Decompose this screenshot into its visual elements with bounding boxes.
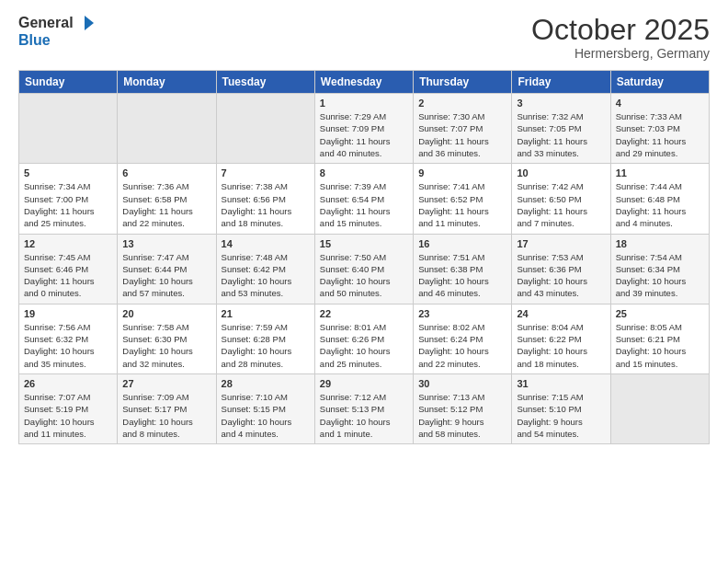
day-info: Sunrise: 7:15 AM Sunset: 5:10 PM Dayligh… [517,391,605,440]
day-number: 28 [222,378,310,389]
day-number: 5 [24,167,112,178]
table-row: 12Sunrise: 7:45 AM Sunset: 6:46 PM Dayli… [19,234,118,304]
table-row [118,94,216,164]
logo: General Blue [18,14,94,49]
day-info: Sunrise: 7:58 AM Sunset: 6:30 PM Dayligh… [122,321,210,370]
day-number: 31 [517,378,605,389]
logo-blue: Blue [18,32,94,49]
day-info: Sunrise: 8:04 AM Sunset: 6:22 PM Dayligh… [517,321,605,370]
day-number: 6 [122,167,210,178]
table-row: 30Sunrise: 7:13 AM Sunset: 5:12 PM Dayli… [414,373,512,443]
day-info: Sunrise: 7:51 AM Sunset: 6:38 PM Dayligh… [418,251,506,300]
day-info: Sunrise: 7:42 AM Sunset: 6:50 PM Dayligh… [517,180,605,229]
day-number: 7 [222,167,310,178]
day-number: 18 [616,238,704,249]
header-sunday: Sunday [19,71,118,94]
header-wednesday: Wednesday [314,71,413,94]
day-number: 30 [418,378,506,389]
day-number: 8 [320,167,408,178]
day-info: Sunrise: 7:38 AM Sunset: 6:56 PM Dayligh… [222,180,310,229]
table-row: 31Sunrise: 7:15 AM Sunset: 5:10 PM Dayli… [512,373,610,443]
calendar-table: Sunday Monday Tuesday Wednesday Thursday… [18,70,710,444]
day-info: Sunrise: 7:07 AM Sunset: 5:19 PM Dayligh… [24,391,112,440]
day-info: Sunrise: 7:29 AM Sunset: 7:09 PM Dayligh… [320,110,408,159]
header-friday: Friday [512,71,610,94]
table-row: 15Sunrise: 7:50 AM Sunset: 6:40 PM Dayli… [314,234,413,304]
table-row: 22Sunrise: 8:01 AM Sunset: 6:26 PM Dayli… [314,304,413,373]
table-row: 25Sunrise: 8:05 AM Sunset: 6:21 PM Dayli… [610,304,709,373]
calendar-header-row: Sunday Monday Tuesday Wednesday Thursday… [19,71,710,94]
day-number: 16 [418,238,506,249]
table-row: 1Sunrise: 7:29 AM Sunset: 7:09 PM Daylig… [314,94,413,164]
table-row: 24Sunrise: 8:04 AM Sunset: 6:22 PM Dayli… [512,304,610,373]
table-row: 5Sunrise: 7:34 AM Sunset: 7:00 PM Daylig… [19,164,118,234]
month-title: October 2025 [531,14,710,46]
day-number: 27 [122,378,210,389]
table-row: 29Sunrise: 7:12 AM Sunset: 5:13 PM Dayli… [314,373,413,443]
day-info: Sunrise: 7:47 AM Sunset: 6:44 PM Dayligh… [122,251,210,300]
day-info: Sunrise: 7:54 AM Sunset: 6:34 PM Dayligh… [616,251,704,300]
calendar-week-0: 1Sunrise: 7:29 AM Sunset: 7:09 PM Daylig… [19,94,710,164]
day-info: Sunrise: 7:39 AM Sunset: 6:54 PM Dayligh… [320,180,408,229]
table-row [216,94,314,164]
table-row: 9Sunrise: 7:41 AM Sunset: 6:52 PM Daylig… [414,164,512,234]
table-row: 2Sunrise: 7:30 AM Sunset: 7:07 PM Daylig… [414,94,512,164]
day-number: 13 [122,238,210,249]
day-number: 29 [320,378,408,389]
day-info: Sunrise: 8:01 AM Sunset: 6:26 PM Dayligh… [320,321,408,370]
table-row: 16Sunrise: 7:51 AM Sunset: 6:38 PM Dayli… [414,234,512,304]
day-info: Sunrise: 7:56 AM Sunset: 6:32 PM Dayligh… [24,321,112,370]
table-row: 4Sunrise: 7:33 AM Sunset: 7:03 PM Daylig… [610,94,709,164]
day-info: Sunrise: 8:02 AM Sunset: 6:24 PM Dayligh… [418,321,506,370]
table-row [19,94,118,164]
header-tuesday: Tuesday [216,71,314,94]
day-number: 14 [222,238,310,249]
day-number: 12 [24,238,112,249]
header-thursday: Thursday [414,71,512,94]
table-row: 20Sunrise: 7:58 AM Sunset: 6:30 PM Dayli… [118,304,216,373]
table-row: 18Sunrise: 7:54 AM Sunset: 6:34 PM Dayli… [610,234,709,304]
table-row: 14Sunrise: 7:48 AM Sunset: 6:42 PM Dayli… [216,234,314,304]
table-row: 6Sunrise: 7:36 AM Sunset: 6:58 PM Daylig… [118,164,216,234]
table-row: 26Sunrise: 7:07 AM Sunset: 5:19 PM Dayli… [19,373,118,443]
location-subtitle: Hermersberg, Germany [531,46,710,61]
day-info: Sunrise: 7:12 AM Sunset: 5:13 PM Dayligh… [320,391,408,440]
logo-bird-icon [75,14,94,32]
day-info: Sunrise: 8:05 AM Sunset: 6:21 PM Dayligh… [616,321,704,370]
day-info: Sunrise: 7:10 AM Sunset: 5:15 PM Dayligh… [222,391,310,440]
header-monday: Monday [118,71,216,94]
logo-general: General [18,15,74,31]
calendar-week-1: 5Sunrise: 7:34 AM Sunset: 7:00 PM Daylig… [19,164,710,234]
day-number: 22 [320,308,408,319]
calendar-week-4: 26Sunrise: 7:07 AM Sunset: 5:19 PM Dayli… [19,373,710,443]
header: General Blue October 2025 Hermersberg, G… [18,14,710,61]
table-row: 21Sunrise: 7:59 AM Sunset: 6:28 PM Dayli… [216,304,314,373]
table-row: 19Sunrise: 7:56 AM Sunset: 6:32 PM Dayli… [19,304,118,373]
table-row: 23Sunrise: 8:02 AM Sunset: 6:24 PM Dayli… [414,304,512,373]
day-info: Sunrise: 7:33 AM Sunset: 7:03 PM Dayligh… [616,110,704,159]
day-number: 26 [24,378,112,389]
page: General Blue October 2025 Hermersberg, G… [0,0,728,563]
day-info: Sunrise: 7:45 AM Sunset: 6:46 PM Dayligh… [24,251,112,300]
table-row: 7Sunrise: 7:38 AM Sunset: 6:56 PM Daylig… [216,164,314,234]
day-number: 17 [517,238,605,249]
title-block: October 2025 Hermersberg, Germany [531,14,710,61]
day-number: 21 [222,308,310,319]
day-info: Sunrise: 7:34 AM Sunset: 7:00 PM Dayligh… [24,180,112,229]
table-row: 17Sunrise: 7:53 AM Sunset: 6:36 PM Dayli… [512,234,610,304]
day-info: Sunrise: 7:36 AM Sunset: 6:58 PM Dayligh… [122,180,210,229]
day-number: 15 [320,238,408,249]
day-info: Sunrise: 7:59 AM Sunset: 6:28 PM Dayligh… [222,321,310,370]
table-row: 27Sunrise: 7:09 AM Sunset: 5:17 PM Dayli… [118,373,216,443]
header-saturday: Saturday [610,71,709,94]
table-row: 28Sunrise: 7:10 AM Sunset: 5:15 PM Dayli… [216,373,314,443]
day-info: Sunrise: 7:44 AM Sunset: 6:48 PM Dayligh… [616,180,704,229]
day-number: 20 [122,308,210,319]
day-number: 24 [517,308,605,319]
calendar-week-2: 12Sunrise: 7:45 AM Sunset: 6:46 PM Dayli… [19,234,710,304]
day-number: 10 [517,167,605,178]
day-number: 2 [418,98,506,109]
day-info: Sunrise: 7:13 AM Sunset: 5:12 PM Dayligh… [418,391,506,440]
day-number: 4 [616,98,704,109]
logo-text-block: General Blue [18,14,94,49]
